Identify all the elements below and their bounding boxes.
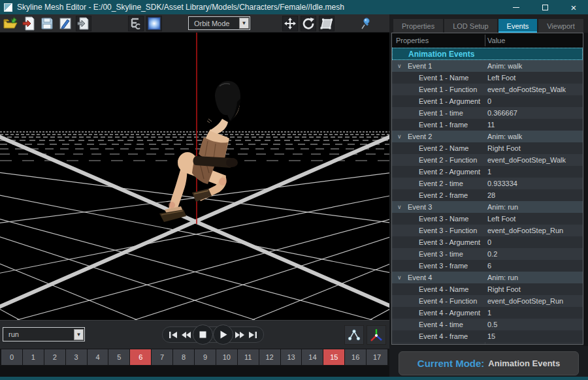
skeleton-view-button[interactable] — [344, 325, 364, 345]
property-value[interactable]: Right Foot — [487, 283, 521, 295]
property-value[interactable]: 28 — [487, 189, 495, 201]
frame-cell-7[interactable]: 7 — [152, 349, 172, 365]
property-row[interactable]: Event 2 - time0.933334 — [392, 178, 583, 189]
property-value[interactable]: Left Foot — [487, 213, 515, 225]
property-value[interactable]: event_doFootStep_Run — [487, 225, 563, 236]
animation-dropdown[interactable]: run ▼ — [3, 327, 85, 341]
property-value[interactable]: Right Foot — [487, 142, 521, 154]
property-value[interactable]: 15 — [487, 330, 495, 342]
property-row[interactable]: Event 4 - NameRight Foot — [392, 283, 583, 295]
play-button[interactable] — [213, 325, 233, 345]
property-value[interactable]: 0 — [487, 236, 491, 248]
property-value[interactable]: Anim: run — [487, 201, 518, 213]
rewind-button[interactable] — [180, 328, 193, 341]
frame-cell-9[interactable]: 9 — [195, 349, 216, 365]
frame-cell-2[interactable]: 2 — [44, 349, 65, 365]
viewport-3d[interactable] — [0, 33, 389, 320]
frame-cell-15[interactable]: 15 — [323, 349, 344, 365]
frame-cell-0[interactable]: 0 — [1, 349, 22, 365]
property-value[interactable]: event_doFootStep_Walk — [487, 154, 566, 166]
minimize-button[interactable] — [502, 0, 531, 14]
property-row[interactable]: Event 1 - Functionevent_doFootStep_Walk — [392, 84, 583, 95]
property-row[interactable]: Event 2 - NameRight Foot — [392, 142, 583, 154]
property-row[interactable]: Event 2 - frame28 — [392, 189, 583, 201]
frame-cell-3[interactable]: 3 — [66, 349, 87, 365]
property-row[interactable]: Event 4 - frame15 — [392, 330, 583, 342]
property-value[interactable]: event_doFootStep_Walk — [487, 84, 566, 95]
view-mode-dropdown[interactable]: Orbit Mode ▼ — [188, 16, 250, 30]
frame-cell-17[interactable]: 17 — [367, 349, 387, 365]
property-value[interactable]: Anim: walk — [487, 60, 522, 72]
property-value[interactable]: Anim: walk — [487, 131, 522, 142]
pin-panel-button[interactable] — [358, 16, 374, 31]
property-row[interactable]: Event 1 - Argument0 — [392, 95, 583, 107]
skip-end-button[interactable] — [246, 328, 259, 341]
property-row[interactable]: Event 3 - NameLeft Foot — [392, 213, 583, 225]
property-row[interactable]: Event 1 - NameLeft Foot — [392, 72, 583, 84]
property-value[interactable]: 0.933334 — [487, 178, 517, 189]
property-value[interactable]: 0.2 — [487, 248, 497, 260]
property-row[interactable]: Event 3 - frame6 — [392, 260, 583, 272]
fast-forward-button[interactable] — [233, 328, 246, 341]
chevron-down-icon[interactable]: ∨ — [397, 131, 402, 142]
property-value[interactable]: 11 — [487, 119, 495, 131]
frame-cell-5[interactable]: 5 — [108, 349, 129, 365]
import-button[interactable] — [21, 16, 37, 31]
property-row[interactable]: Event 1 - time0.366667 — [392, 107, 583, 119]
property-row[interactable]: ∨Event 4Anim: run — [392, 272, 583, 283]
chevron-down-icon[interactable]: ▼ — [239, 18, 249, 29]
property-row[interactable]: Event 4 - Argument1 — [392, 307, 583, 319]
frame-cell-6[interactable]: 6 — [130, 349, 151, 365]
scale-tool-button[interactable] — [319, 16, 335, 31]
open-folder-button[interactable] — [3, 16, 18, 31]
property-row[interactable]: ∨Event 3Anim: run — [392, 201, 583, 213]
move-tool-button[interactable] — [282, 16, 298, 31]
stop-button[interactable] — [193, 325, 213, 345]
light-tool-button[interactable] — [146, 16, 162, 31]
property-value[interactable]: 1 — [487, 307, 491, 319]
property-row[interactable]: ∨Event 2Anim: walk — [392, 131, 583, 142]
frame-cell-14[interactable]: 14 — [302, 349, 323, 365]
chevron-down-icon[interactable]: ∨ — [397, 272, 402, 283]
property-row[interactable]: ∨Event 1Anim: walk — [392, 60, 583, 72]
property-value[interactable]: 1 — [487, 166, 491, 178]
property-row[interactable]: Event 3 - time0.2 — [392, 248, 583, 260]
frame-cell-1[interactable]: 1 — [23, 349, 44, 365]
property-value[interactable]: 0 — [487, 95, 491, 107]
property-value[interactable]: Anim: run — [487, 272, 518, 283]
title-bar[interactable]: Skyline Mesh Editor - E:/00_Skyline_SDK/… — [0, 0, 588, 14]
frame-cell-4[interactable]: 4 — [88, 349, 108, 365]
frame-cell-10[interactable]: 10 — [216, 349, 237, 365]
tab-events[interactable]: Events — [498, 19, 538, 33]
property-row[interactable]: Event 3 - Argument0 — [392, 236, 583, 248]
property-value[interactable]: Left Foot — [487, 72, 515, 84]
property-row[interactable]: Event 4 - Functionevent_doFootStep_Run — [392, 295, 583, 307]
property-value[interactable]: event_doFootStep_Run — [487, 295, 563, 307]
frame-cell-12[interactable]: 12 — [259, 349, 280, 365]
tab-lod-setup[interactable]: LOD Setup — [444, 19, 497, 33]
frame-cell-11[interactable]: 11 — [238, 349, 259, 365]
property-row[interactable]: Animation Events — [392, 48, 583, 60]
frame-cell-16[interactable]: 16 — [345, 349, 366, 365]
property-value[interactable]: 0.366667 — [487, 107, 517, 119]
chevron-down-icon[interactable]: ▼ — [74, 329, 84, 340]
property-value[interactable]: 6 — [487, 260, 491, 272]
chevron-down-icon[interactable]: ∨ — [397, 60, 402, 72]
close-button[interactable]: × — [559, 0, 588, 14]
frame-cell-8[interactable]: 8 — [173, 349, 194, 365]
axis-view-button[interactable] — [367, 325, 386, 345]
rotate-tool-button[interactable] — [301, 16, 316, 31]
property-row[interactable]: Event 2 - Argument1 — [392, 166, 583, 178]
maximize-button[interactable] — [531, 0, 559, 14]
chevron-down-icon[interactable]: ∨ — [397, 201, 402, 213]
export-button[interactable] — [76, 16, 91, 31]
tab-properties[interactable]: Properties — [393, 19, 443, 33]
entity-tool-button[interactable] — [128, 16, 144, 31]
property-row[interactable]: Event 3 - Functionevent_doFootStep_Run — [392, 225, 583, 236]
property-row[interactable]: Event 2 - Functionevent_doFootStep_Walk — [392, 154, 583, 166]
property-row[interactable]: Event 1 - frame11 — [392, 119, 583, 131]
tab-viewport[interactable]: Viewport — [538, 19, 583, 33]
save-button[interactable] — [39, 16, 55, 31]
frame-cell-13[interactable]: 13 — [281, 349, 302, 365]
property-value[interactable]: 0.5 — [487, 319, 497, 330]
